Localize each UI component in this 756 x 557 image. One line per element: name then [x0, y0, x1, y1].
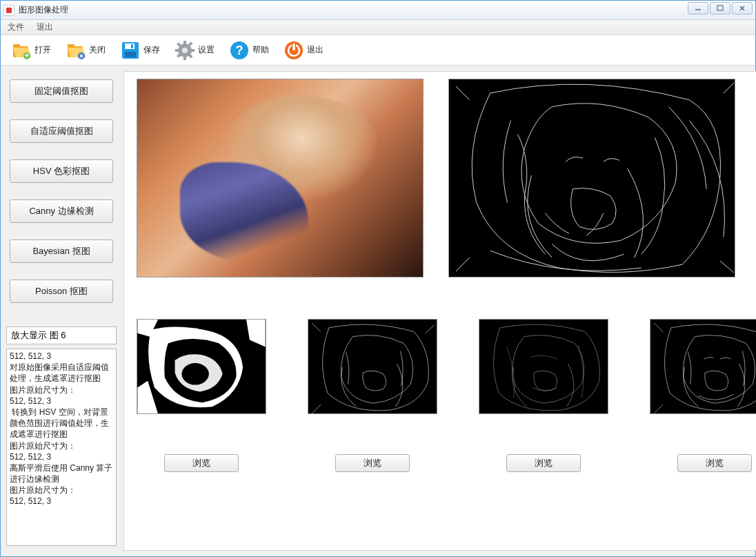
thumb-col-2: 浏览 [308, 319, 437, 472]
sidebar: 固定阈值抠图 自适应阈值抠图 HSV 色彩抠图 Canny 边缘检测 Bayes… [6, 71, 117, 551]
svg-rect-19 [183, 41, 186, 45]
zoom-input[interactable] [6, 326, 117, 344]
toolbar-close[interactable]: 关闭 [62, 38, 108, 63]
thumb-row: 浏览 浏览 [137, 319, 756, 472]
content-area: 固定阈值抠图 自适应阈值抠图 HSV 色彩抠图 Canny 边缘检测 Bayes… [1, 66, 755, 556]
toolbar: 打开 关闭 保存 设置 ? 帮助 [1, 35, 755, 66]
svg-rect-33 [293, 43, 295, 50]
btn-fixed-threshold[interactable]: 固定阈值抠图 [10, 79, 113, 103]
svg-rect-1 [717, 6, 723, 10]
thumb-col-1: 浏览 [137, 319, 266, 472]
titlebar: 图形图像处理 [1, 1, 755, 20]
btn-poisson[interactable]: Poisson 抠图 [10, 280, 113, 303]
app-icon [3, 5, 14, 16]
btn-canny-edge[interactable]: Canny 边缘检测 [10, 199, 113, 223]
toolbar-exit[interactable]: 退出 [280, 38, 326, 63]
gear-icon [174, 39, 196, 61]
window-controls [688, 2, 753, 14]
toolbar-exit-label: 退出 [307, 44, 324, 56]
svg-text:?: ? [236, 43, 243, 57]
log-box[interactable]: 512, 512, 3 对原始图像采用自适应阈值处理，生成遮罩进行抠图 图片原始… [6, 349, 117, 546]
minimize-button[interactable] [688, 2, 708, 14]
thumb-image-3 [479, 319, 608, 414]
menubar: 文件 退出 [1, 20, 755, 35]
svg-point-18 [182, 48, 188, 53]
help-icon: ? [228, 39, 250, 61]
browse-button-3[interactable]: 浏览 [506, 454, 581, 472]
thumb-image-1 [137, 319, 266, 414]
menu-file[interactable]: 文件 [5, 20, 27, 35]
window-title: 图形图像处理 [19, 4, 68, 16]
toolbar-settings[interactable]: 设置 [171, 38, 217, 63]
browse-button-4[interactable]: 浏览 [677, 454, 752, 472]
thumb-col-4: 浏览 [650, 319, 756, 472]
menu-exit[interactable]: 退出 [34, 20, 56, 35]
thumb-image-4 [650, 319, 756, 414]
toolbar-open-label: 打开 [34, 44, 51, 56]
svg-rect-20 [183, 56, 186, 60]
thumb-col-3: 浏览 [479, 319, 608, 472]
main-panel: 浏览 浏览 [123, 71, 756, 551]
close-button[interactable] [732, 2, 753, 14]
image-original [137, 79, 424, 277]
toolbar-settings-label: 设置 [198, 44, 215, 56]
browse-button-1[interactable]: 浏览 [164, 454, 239, 472]
power-icon [283, 39, 305, 61]
svg-point-36 [181, 363, 208, 385]
toolbar-help-label: 帮助 [252, 44, 269, 56]
thumb-image-2 [308, 319, 437, 414]
toolbar-close-label: 关闭 [89, 44, 106, 56]
top-image-row [137, 79, 756, 277]
maximize-button[interactable] [710, 2, 730, 14]
svg-rect-16 [131, 44, 133, 48]
folder-open-icon [10, 39, 32, 61]
toolbar-save[interactable]: 保存 [117, 38, 163, 63]
svg-rect-15 [125, 52, 136, 57]
image-canny-large [448, 79, 735, 277]
svg-rect-21 [175, 49, 179, 52]
app-window: 图形图像处理 文件 退出 打开 关闭 [0, 0, 756, 557]
btn-hsv-color[interactable]: HSV 色彩抠图 [10, 159, 113, 183]
btn-bayesian[interactable]: Bayesian 抠图 [10, 240, 113, 263]
folder-close-icon [65, 39, 87, 61]
toolbar-save-label: 保存 [143, 44, 160, 56]
toolbar-help[interactable]: ? 帮助 [226, 38, 272, 63]
btn-adaptive-threshold[interactable]: 自适应阈值抠图 [10, 119, 113, 143]
browse-button-2[interactable]: 浏览 [335, 454, 410, 472]
svg-rect-22 [190, 49, 195, 52]
toolbar-open[interactable]: 打开 [8, 38, 54, 63]
save-icon [119, 39, 141, 61]
